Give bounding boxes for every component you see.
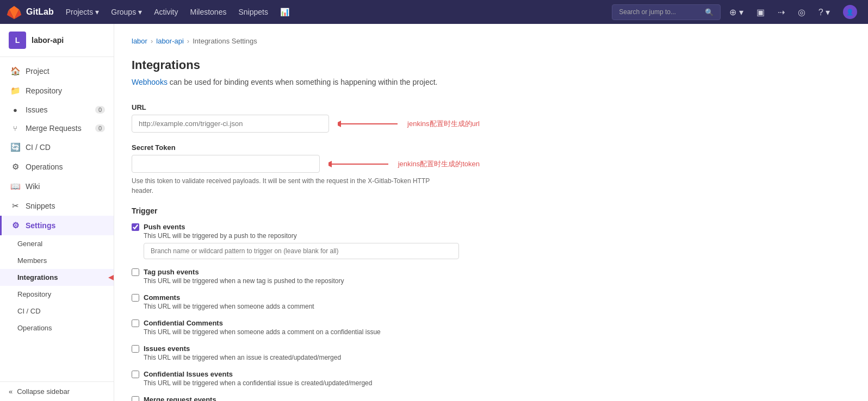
navbar-projects[interactable]: Projects ▾ xyxy=(60,3,105,21)
sidebar-subitem-operations[interactable]: Operations xyxy=(0,319,114,336)
settings-icon: ⚙ xyxy=(10,221,20,230)
confidential-comments-checkbox[interactable] xyxy=(132,319,139,327)
sidebar-subitem-general-label: General xyxy=(17,240,42,248)
confidential-issues-events-row: Confidential Issues events xyxy=(132,370,851,378)
url-input[interactable] xyxy=(132,115,329,133)
navbar-snippets[interactable]: Snippets xyxy=(233,3,273,21)
token-section: Secret Token jenkins配置时生成的token Use this… xyxy=(132,143,480,196)
operations-icon: ⚙ xyxy=(10,162,20,172)
navbar-stats[interactable]: 📊 xyxy=(275,3,295,21)
sidebar-subitem-repository-label: Repository xyxy=(17,290,51,298)
sidebar-item-merge-requests-label: Merge Requests xyxy=(26,124,82,133)
merge-requests-icon[interactable]: ⇢ xyxy=(773,4,789,21)
search-bar[interactable]: Search or jump to... 🔍 xyxy=(612,4,721,20)
snippets-icon: ✂ xyxy=(10,201,20,211)
activity-icon-btn[interactable]: ▣ xyxy=(752,4,769,21)
arrow-indicator xyxy=(108,272,114,283)
stats-icon: 📊 xyxy=(280,8,289,16)
help-icon[interactable]: ? ▾ xyxy=(814,4,834,21)
avatar: 👤 xyxy=(843,5,857,19)
token-arrow xyxy=(328,159,394,170)
issues-icon[interactable]: ◎ xyxy=(793,4,810,21)
sidebar-item-settings[interactable]: ⚙ Settings xyxy=(0,216,114,235)
sidebar-item-cicd[interactable]: 🔄 CI / CD xyxy=(0,137,114,157)
breadcrumb-labor[interactable]: labor xyxy=(132,37,147,45)
navbar: GitLab Projects ▾ Groups ▾ Activity Mile… xyxy=(0,0,868,24)
push-events-row: Push events xyxy=(132,223,851,231)
main-content: labor › labor-api › Integrations Setting… xyxy=(114,24,868,401)
merge-request-events-item: Merge request events xyxy=(132,396,851,401)
navbar-links: Projects ▾ Groups ▾ Activity Milestones … xyxy=(60,3,610,21)
collapse-sidebar-button[interactable]: « Collapse sidebar xyxy=(0,381,114,401)
sidebar-item-wiki[interactable]: 📖 Wiki xyxy=(0,177,114,196)
sidebar-item-merge-requests[interactable]: ⑂ Merge Requests 0 xyxy=(0,119,114,137)
sidebar-item-repository[interactable]: 📁 Repository xyxy=(0,81,114,101)
confidential-comments-item: Confidential Comments This URL will be t… xyxy=(132,319,851,336)
sidebar-subitem-repository[interactable]: Repository xyxy=(0,286,114,303)
sidebar-item-issues-label: Issues xyxy=(26,105,47,114)
navbar-milestones[interactable]: Milestones xyxy=(185,3,232,21)
navbar-right: Search or jump to... 🔍 ⊕ ▾ ▣ ⇢ ◎ ? ▾ 👤 xyxy=(612,2,861,22)
navbar-activity[interactable]: Activity xyxy=(148,3,183,21)
webhooks-link[interactable]: Webhooks xyxy=(132,78,168,86)
sidebar-item-project[interactable]: 🏠 Project xyxy=(0,61,114,81)
sidebar-item-issues[interactable]: ● Issues 0 xyxy=(0,101,114,119)
confidential-comments-desc: This URL will be triggered when someone … xyxy=(144,328,851,336)
project-header[interactable]: L labor-api xyxy=(0,24,114,57)
comments-desc: This URL will be triggered when someone … xyxy=(144,303,851,310)
comments-checkbox[interactable] xyxy=(132,294,139,302)
sidebar-subitem-operations-label: Operations xyxy=(17,324,52,332)
merge-badge: 0 xyxy=(95,124,105,132)
merge-icon: ⑂ xyxy=(10,124,20,133)
sidebar-item-repository-label: Repository xyxy=(26,86,62,95)
page-description: Webhooks can be used for binding events … xyxy=(132,77,851,88)
collapse-label: Collapse sidebar xyxy=(17,387,70,396)
brand-name: GitLab xyxy=(26,7,54,17)
token-input[interactable] xyxy=(132,155,320,173)
url-annotation: jenkins配置时生成的url xyxy=(338,118,480,129)
sidebar-subitem-cicd[interactable]: CI / CD xyxy=(0,303,114,319)
issues-events-checkbox[interactable] xyxy=(132,345,139,353)
breadcrumb: labor › labor-api › Integrations Setting… xyxy=(132,37,851,45)
push-events-checkbox[interactable] xyxy=(132,223,139,231)
tag-push-events-item: Tag push events This URL will be trigger… xyxy=(132,268,851,285)
url-section: URL jenkins配置时生成的url xyxy=(132,103,480,133)
cicd-icon: 🔄 xyxy=(10,142,20,152)
merge-request-events-row: Merge request events xyxy=(132,396,851,401)
issues-events-label: Issues events xyxy=(144,344,190,353)
sidebar-item-operations[interactable]: ⚙ Operations xyxy=(0,157,114,177)
confidential-issues-events-item: Confidential Issues events This URL will… xyxy=(132,370,851,387)
confidential-issues-events-label: Confidential Issues events xyxy=(144,370,233,378)
repository-icon: 📁 xyxy=(10,86,20,96)
trigger-label: Trigger xyxy=(132,206,851,215)
navbar-groups-label: Groups xyxy=(111,8,136,16)
sidebar-item-snippets[interactable]: ✂ Snippets xyxy=(0,196,114,216)
tag-push-events-checkbox[interactable] xyxy=(132,268,139,276)
create-button[interactable]: ⊕ ▾ xyxy=(725,4,747,21)
comments-label: Comments xyxy=(144,293,180,302)
token-annotation: jenkins配置时生成的token xyxy=(328,159,480,170)
sidebar-item-operations-label: Operations xyxy=(26,162,63,171)
sidebar-subitem-integrations[interactable]: Integrations xyxy=(0,269,114,286)
page-title: Integrations xyxy=(132,58,851,72)
chevron-down-icon: ▾ xyxy=(95,8,99,16)
issues-badge: 0 xyxy=(95,106,105,114)
project-name: labor-api xyxy=(32,36,64,45)
url-annotation-text: jenkins配置时生成的url xyxy=(407,119,480,129)
confidential-comments-row: Confidential Comments xyxy=(132,319,851,327)
sidebar-subitem-integrations-label: Integrations xyxy=(17,273,58,281)
brand-logo[interactable]: GitLab xyxy=(7,4,54,20)
sidebar-item-cicd-label: CI / CD xyxy=(26,143,51,152)
merge-request-events-checkbox[interactable] xyxy=(132,396,139,402)
sidebar-item-snippets-label: Snippets xyxy=(26,202,55,210)
sidebar-subitem-members[interactable]: Members xyxy=(0,252,114,269)
branch-pattern-input[interactable] xyxy=(144,243,459,259)
sidebar-subitem-general[interactable]: General xyxy=(0,235,114,252)
navbar-groups[interactable]: Groups ▾ xyxy=(106,3,147,21)
confidential-issues-events-checkbox[interactable] xyxy=(132,371,139,378)
user-avatar[interactable]: 👤 xyxy=(839,2,861,22)
wiki-icon: 📖 xyxy=(10,181,20,191)
url-label: URL xyxy=(132,103,480,111)
breadcrumb-labor-api[interactable]: labor-api xyxy=(156,37,184,45)
project-avatar: L xyxy=(9,32,26,49)
